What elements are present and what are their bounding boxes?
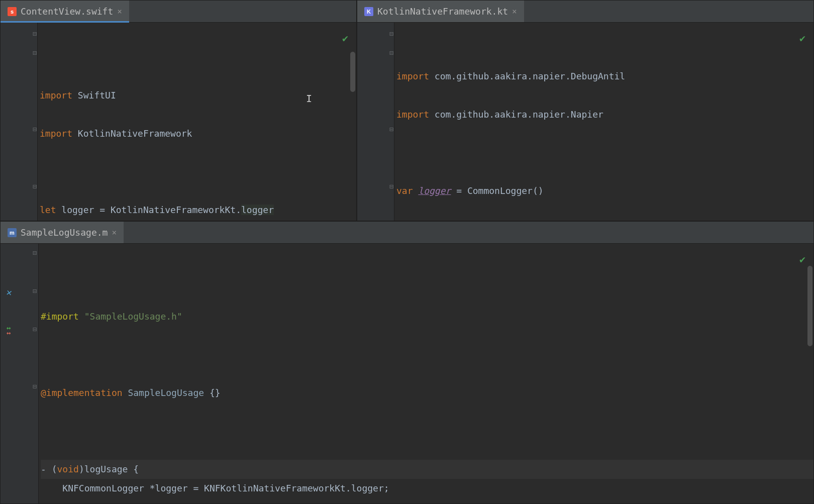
tab-filename: ContentView.swift	[21, 6, 113, 17]
kotlin-file-icon: K	[364, 7, 373, 16]
fold-toggle-icon[interactable]: ⊟	[388, 182, 394, 190]
editor-pane-bottom: m SampleLogUsage.m × ✕ ↔↔ ⊟ ⊟ ⊟ ⊟ ✔ #imp…	[0, 221, 814, 504]
close-icon[interactable]: ×	[112, 228, 117, 237]
fold-toggle-icon[interactable]: ⊟	[388, 30, 394, 38]
code-area[interactable]: ✔ import SwiftUI import KotlinNativeFram…	[38, 23, 356, 221]
scrollbar-thumb[interactable]	[807, 266, 812, 346]
scrollbar-thumb[interactable]	[350, 52, 355, 92]
tabbar: m SampleLogUsage.m ×	[1, 222, 813, 244]
editor-pane-top-left: s ContentView.swift × ⊟ ⊟ ⊟ ⊟ ✔ import S…	[0, 0, 357, 221]
tabbar: s ContentView.swift ×	[1, 1, 356, 23]
gutter: ⊟ ⊟ ⊟ ⊟	[357, 23, 394, 221]
gutter: ⊟ ⊟ ⊟ ⊟	[1, 23, 38, 221]
analysis-ok-icon: ✔	[799, 250, 805, 269]
fold-toggle-icon[interactable]: ⊟	[32, 249, 38, 257]
fold-toggle-icon[interactable]: ⊟	[32, 382, 38, 390]
tab-filename: KotlinNativeFramework.kt	[377, 6, 508, 17]
analysis-ok-icon: ✔	[342, 29, 348, 48]
close-icon[interactable]: ×	[117, 7, 122, 16]
fold-toggle-icon[interactable]: ⊟	[32, 287, 38, 295]
code-area[interactable]: ✔ import com.github.aakira.napier.DebugA…	[394, 23, 813, 221]
code-editor[interactable]: ⊟ ⊟ ⊟ ⊟ ✔ import com.github.aakira.napie…	[357, 23, 813, 221]
tab-samplelogusage-m[interactable]: m SampleLogUsage.m ×	[1, 222, 124, 243]
fold-toggle-icon[interactable]: ⊟	[32, 125, 38, 133]
tab-contentview-swift[interactable]: s ContentView.swift ×	[1, 1, 129, 22]
swift-file-icon: s	[8, 7, 17, 16]
fold-toggle-icon[interactable]: ⊟	[32, 325, 38, 333]
objc-file-icon: m	[8, 228, 17, 237]
gutter-recursive-icon: ↔↔	[7, 325, 11, 335]
analysis-ok-icon: ✔	[799, 29, 805, 48]
code-editor[interactable]: ⊟ ⊟ ⊟ ⊟ ✔ import SwiftUI import KotlinNa…	[1, 23, 356, 221]
gutter-override-icon: ✕	[6, 286, 13, 298]
fold-toggle-icon[interactable]: ⊟	[32, 182, 38, 190]
fold-toggle-icon[interactable]: ⊟	[388, 49, 394, 57]
close-icon[interactable]: ×	[512, 7, 517, 16]
fold-toggle-icon[interactable]: ⊟	[388, 125, 394, 133]
code-area[interactable]: ✔ #import "SampleLogUsage.h" @implementa…	[39, 244, 813, 503]
code-editor[interactable]: ✕ ↔↔ ⊟ ⊟ ⊟ ⊟ ✔ #import "SampleLogUsage.h…	[1, 244, 813, 503]
fold-toggle-icon[interactable]: ⊟	[32, 30, 38, 38]
editor-pane-top-right: K KotlinNativeFramework.kt × ⊟ ⊟ ⊟ ⊟ ✔ i…	[357, 0, 814, 221]
tab-filename: SampleLogUsage.m	[21, 227, 108, 238]
gutter: ⊟ ⊟ ⊟ ⊟	[24, 244, 39, 503]
tabbar: K KotlinNativeFramework.kt ×	[357, 1, 813, 23]
tab-kotlinnativeframework-kt[interactable]: K KotlinNativeFramework.kt ×	[357, 1, 524, 22]
fold-toggle-icon[interactable]: ⊟	[32, 49, 38, 57]
text-cursor-icon: I	[306, 89, 312, 108]
breakpoint-gutter[interactable]: ✕ ↔↔	[1, 244, 24, 503]
